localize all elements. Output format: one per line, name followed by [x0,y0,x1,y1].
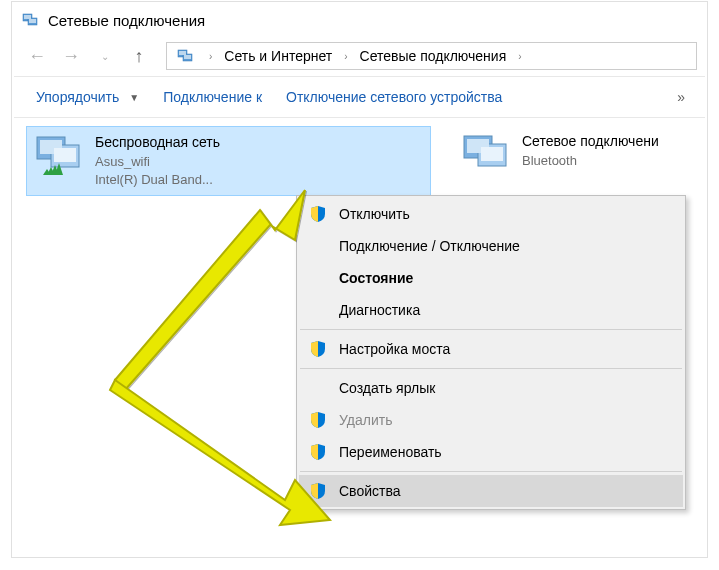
menu-bridge-label: Настройка моста [339,341,450,357]
toolbar: Упорядочить ▼ Подключение к Отключение с… [14,76,705,118]
menu-properties[interactable]: Свойства [299,475,683,507]
breadcrumb-separator: › [209,51,212,62]
shield-icon [309,205,327,223]
menu-disable[interactable]: Отключить [299,198,683,230]
svg-rect-6 [179,51,186,55]
nav-history-button[interactable]: ⌄ [90,41,120,71]
menu-bridge[interactable]: Настройка моста [299,333,683,365]
menu-disable-label: Отключить [339,206,410,222]
wifi-adapter-device: Intel(R) Dual Band... [95,171,220,189]
toolbar-overflow-button[interactable]: » [669,89,693,105]
bluetooth-adapter-text: Сетевое подключени Bluetooth [522,132,659,178]
shield-icon [309,482,327,500]
breadcrumb-bar[interactable]: › Сеть и Интернет › Сетевые подключения … [166,42,697,70]
navigation-bar: ← → ⌄ ↑ › Сеть и Интернет › Сетевые подк… [14,36,705,76]
menu-separator [300,471,682,472]
menu-properties-label: Свойства [339,483,400,499]
wifi-adapter-item[interactable]: Беспроводная сеть Asus_wifi Intel(R) Dua… [26,126,431,196]
nav-up-button[interactable]: ↑ [124,41,154,71]
nav-forward-button[interactable]: → [56,41,86,71]
title-bar: Сетевые подключения [14,4,705,36]
svg-rect-11 [54,148,76,162]
wifi-adapter-text: Беспроводная сеть Asus_wifi Intel(R) Dua… [95,133,220,189]
menu-diagnose[interactable]: Диагностика [299,294,683,326]
content-area: Беспроводная сеть Asus_wifi Intel(R) Dua… [14,118,705,134]
svg-rect-7 [184,55,191,59]
menu-separator [300,368,682,369]
wifi-adapter-icon [33,133,87,179]
window-title: Сетевые подключения [48,12,205,29]
window-icon [22,11,40,29]
breadcrumb-separator: › [344,51,347,62]
shield-icon [309,340,327,358]
menu-rename[interactable]: Переименовать [299,436,683,468]
menu-status[interactable]: Состояние [299,262,683,294]
chevron-down-icon: ▼ [129,92,139,103]
menu-rename-label: Переименовать [339,444,442,460]
svg-rect-2 [24,15,31,19]
shield-icon [309,411,327,429]
connect-label: Подключение к [163,89,262,105]
breadcrumb-item-connections[interactable]: Сетевые подключения [356,46,511,66]
menu-shortcut[interactable]: Создать ярлык [299,372,683,404]
menu-status-label: Состояние [339,270,413,286]
menu-delete-label: Удалить [339,412,392,428]
menu-separator [300,329,682,330]
menu-connect-disconnect[interactable]: Подключение / Отключение [299,230,683,262]
disable-device-button[interactable]: Отключение сетевого устройства [276,83,512,111]
breadcrumb-item-network[interactable]: Сеть и Интернет [220,46,336,66]
svg-rect-15 [481,147,503,161]
connect-to-button[interactable]: Подключение к [153,83,272,111]
context-menu: Отключить Подключение / Отключение Состо… [296,195,686,510]
bluetooth-adapter-icon [460,132,514,178]
nav-back-button[interactable]: ← [22,41,52,71]
menu-shortcut-label: Создать ярлык [339,380,435,396]
bluetooth-adapter-item[interactable]: Сетевое подключени Bluetooth [454,126,714,184]
wifi-adapter-status: Asus_wifi [95,153,220,171]
menu-diagnose-label: Диагностика [339,302,420,318]
svg-rect-3 [29,19,36,23]
bluetooth-adapter-status: Bluetooth [522,152,659,170]
organize-button[interactable]: Упорядочить ▼ [26,83,149,111]
menu-delete[interactable]: Удалить [299,404,683,436]
breadcrumb-separator: › [518,51,521,62]
breadcrumb-icon [177,47,195,65]
bluetooth-adapter-name: Сетевое подключени [522,132,659,152]
organize-label: Упорядочить [36,89,119,105]
menu-connect-label: Подключение / Отключение [339,238,520,254]
wifi-adapter-name: Беспроводная сеть [95,133,220,153]
disable-label: Отключение сетевого устройства [286,89,502,105]
shield-icon [309,443,327,461]
